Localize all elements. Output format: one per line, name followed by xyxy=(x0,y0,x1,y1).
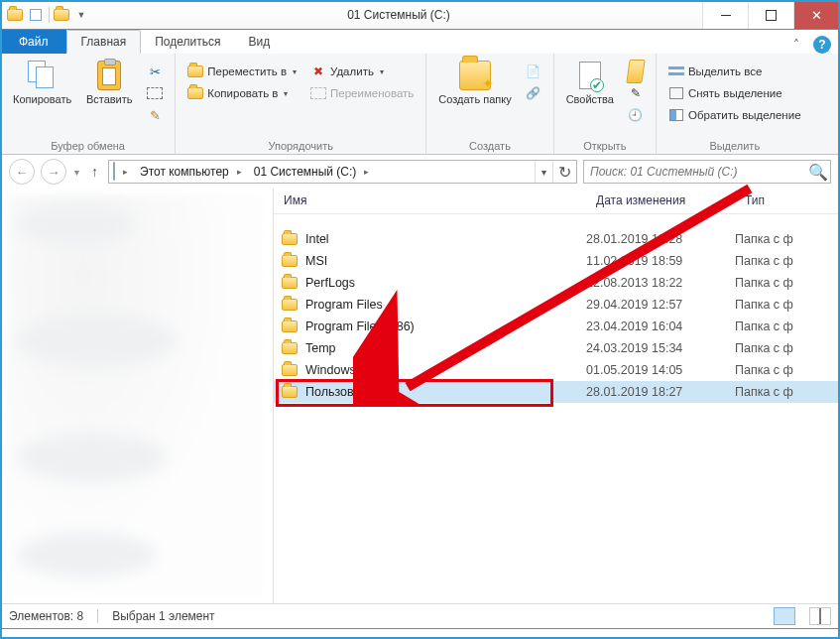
breadcrumb-drive[interactable]: 01 Системный (C:) xyxy=(246,165,361,179)
maximize-button[interactable] xyxy=(748,1,793,29)
navigation-pane-blurred xyxy=(7,194,263,597)
breadcrumb-caret-icon[interactable]: ▸ xyxy=(233,167,246,177)
tab-share[interactable]: Поделиться xyxy=(141,30,234,54)
forward-button[interactable]: → xyxy=(41,159,66,185)
copy-to-button[interactable]: Копировать в xyxy=(183,83,300,103)
select-none-button[interactable]: Снять выделение xyxy=(664,83,805,103)
window-controls: ✕ xyxy=(702,1,839,29)
ribbon-group-select: Выделить все Снять выделение Обратить вы… xyxy=(657,54,813,154)
folder-icon xyxy=(274,277,303,289)
cut-button[interactable] xyxy=(143,62,167,81)
new-item-icon: 📄 xyxy=(526,64,541,79)
view-details-button[interactable] xyxy=(774,607,795,625)
table-row[interactable]: Program Files29.04.2019 12:57Папка с ф xyxy=(274,294,839,316)
breadcrumb-root[interactable]: Этот компьютер xyxy=(132,165,233,179)
delete-icon xyxy=(310,64,326,79)
invert-selection-icon xyxy=(668,107,684,123)
help-icon[interactable]: ? xyxy=(813,36,831,54)
cell-date: 11.02.2019 18:59 xyxy=(586,254,735,268)
group-label: Создать xyxy=(434,138,544,152)
edit-button[interactable]: ✎ xyxy=(624,83,648,103)
address-dropdown-icon[interactable]: ▾ xyxy=(535,161,552,183)
new-item-button[interactable]: 📄 xyxy=(522,62,545,81)
history-icon: 🕘 xyxy=(628,107,644,123)
table-row[interactable]: PerfLogs22.08.2013 18:22Папка с ф xyxy=(274,272,839,294)
scissors-icon xyxy=(147,64,163,79)
table-row[interactable]: Windows01.05.2019 14:05Папка с ф xyxy=(274,359,839,381)
group-label: Открыть xyxy=(562,138,648,152)
paste-shortcut-button[interactable] xyxy=(143,105,167,125)
folder-icon xyxy=(274,342,303,354)
history-button[interactable]: 🕘 xyxy=(624,105,648,125)
easy-access-button[interactable]: 🔗 xyxy=(522,83,545,103)
table-row[interactable]: Temp24.03.2019 15:34Папка с ф xyxy=(274,337,839,359)
address-bar[interactable]: ▸ Этот компьютер ▸ 01 Системный (C:) ▸ ▾… xyxy=(108,160,577,184)
drive-icon xyxy=(109,163,119,181)
easy-access-icon: 🔗 xyxy=(526,85,541,101)
ribbon-tabs: Файл Главная Поделиться Вид ˄ ? xyxy=(0,30,840,54)
search-box[interactable]: 🔍 xyxy=(583,160,831,184)
file-list[interactable]: Имя Дата изменения Тип Intel28.01.2019 1… xyxy=(274,189,839,603)
table-row[interactable]: MSI11.02.2019 18:59Папка с ф xyxy=(274,250,839,272)
properties-button[interactable]: Свойства xyxy=(562,58,618,107)
breadcrumb-caret-icon[interactable]: ▸ xyxy=(119,167,132,177)
open-button[interactable] xyxy=(624,62,648,81)
qat-item[interactable] xyxy=(27,7,45,23)
back-button[interactable]: ← xyxy=(9,159,35,185)
folder-icon xyxy=(274,299,303,311)
paste-button[interactable]: Вставить xyxy=(81,58,137,107)
cell-type: Папка с ф xyxy=(735,298,839,312)
cell-name: MSI xyxy=(303,254,586,268)
select-all-button[interactable]: Выделить все xyxy=(664,62,805,81)
qat-separator xyxy=(49,7,50,23)
column-date[interactable]: Дата изменения xyxy=(586,189,735,213)
folder-icon xyxy=(274,364,303,376)
copy-label: Копировать xyxy=(13,93,71,105)
cell-type: Папка с ф xyxy=(735,363,839,377)
minimize-button[interactable] xyxy=(702,1,748,29)
select-none-icon xyxy=(668,85,684,101)
cell-name: Intel xyxy=(303,232,586,246)
move-to-icon xyxy=(187,64,203,79)
table-row[interactable]: Intel28.01.2019 19:28Папка с ф xyxy=(274,228,839,250)
history-dropdown-icon[interactable]: ▾ xyxy=(72,167,81,178)
invert-selection-button[interactable]: Обратить выделение xyxy=(664,105,805,125)
navigation-pane[interactable] xyxy=(1,189,274,603)
ribbon-group-clipboard: Копировать Вставить Буфер обмена xyxy=(1,54,176,154)
cell-name: Temp xyxy=(303,341,586,355)
copy-button[interactable]: Копировать xyxy=(9,58,75,107)
search-icon[interactable]: 🔍 xyxy=(806,163,830,182)
qat-dropdown-icon[interactable]: ▼ xyxy=(73,7,89,23)
column-type[interactable]: Тип xyxy=(735,189,839,213)
copy-path-button[interactable] xyxy=(143,83,167,103)
tab-view[interactable]: Вид xyxy=(234,30,284,54)
refresh-icon[interactable]: ↻ xyxy=(552,161,576,183)
cell-type: Папка с ф xyxy=(735,276,839,290)
status-separator xyxy=(97,609,98,623)
ribbon-group-new: ✦ Создать папку 📄 🔗 Создать xyxy=(426,54,553,154)
folder-icon xyxy=(274,320,303,332)
search-input[interactable] xyxy=(584,165,806,179)
folder-icon xyxy=(274,233,303,245)
table-row[interactable]: Пользователи28.01.2019 18:27Папка с ф xyxy=(274,381,839,403)
collapse-ribbon-icon[interactable]: ˄ xyxy=(787,36,805,54)
delete-button[interactable]: Удалить xyxy=(306,62,418,81)
move-to-button[interactable]: Переместить в xyxy=(183,62,300,81)
file-tab[interactable]: Файл xyxy=(1,30,66,54)
ribbon-group-open: Свойства ✎ 🕘 Открыть xyxy=(554,54,657,154)
file-rows: Intel28.01.2019 19:28Папка с фMSI11.02.2… xyxy=(274,214,839,403)
cell-date: 28.01.2019 18:27 xyxy=(586,385,735,399)
tab-home[interactable]: Главная xyxy=(66,30,142,54)
qat-item[interactable] xyxy=(54,7,69,23)
table-row[interactable]: Program Files (x86)23.04.2019 16:04Папка… xyxy=(274,316,839,337)
paste-shortcut-icon xyxy=(147,107,163,123)
up-button[interactable]: ↑ xyxy=(87,164,102,180)
column-name[interactable]: Имя xyxy=(274,189,586,213)
column-headers[interactable]: Имя Дата изменения Тип xyxy=(274,189,839,214)
view-large-icons-button[interactable] xyxy=(809,607,831,625)
breadcrumb-caret-icon[interactable]: ▸ xyxy=(360,167,373,177)
rename-button[interactable]: Переименовать xyxy=(306,83,418,103)
new-folder-button[interactable]: ✦ Создать папку xyxy=(434,58,515,107)
close-button[interactable]: ✕ xyxy=(793,1,839,29)
navigation-bar: ← → ▾ ↑ ▸ Этот компьютер ▸ 01 Системный … xyxy=(0,155,840,189)
